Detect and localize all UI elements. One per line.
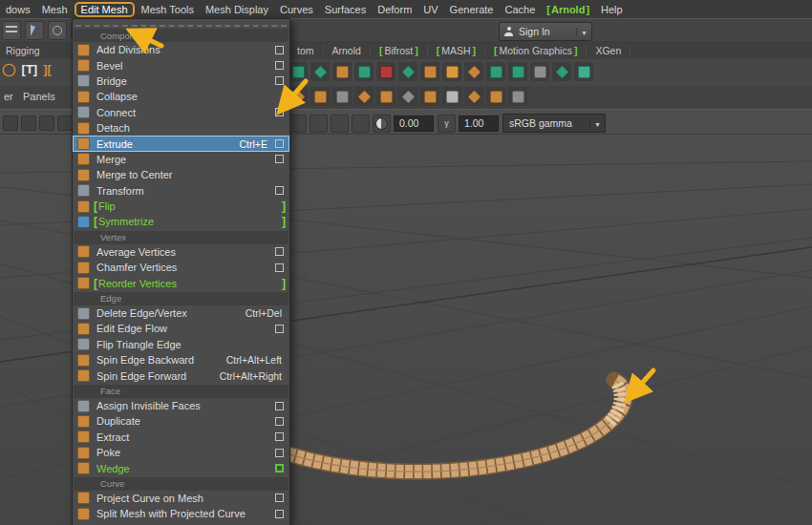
- option-box[interactable]: [275, 325, 284, 333]
- option-box[interactable]: [275, 139, 284, 148]
- bracket-tool-icon[interactable]: ][: [43, 62, 52, 76]
- panel-menu-panels[interactable]: Panels: [23, 91, 55, 102]
- menubar-item-dows[interactable]: dows: [0, 3, 36, 16]
- extruded-mesh[interactable]: [237, 380, 625, 472]
- colorspace-dropdown[interactable]: sRGB gamma ▼: [502, 114, 606, 133]
- camera-settings-icon[interactable]: [288, 115, 307, 133]
- gate-mask-icon[interactable]: [331, 115, 349, 133]
- option-box[interactable]: [275, 417, 284, 426]
- shelf-tool-icon-6[interactable]: [398, 62, 417, 81]
- panel-menu-renderer[interactable]: er: [4, 91, 13, 102]
- option-box[interactable]: [275, 402, 284, 410]
- option-box[interactable]: [275, 155, 284, 163]
- ring-tool-icon[interactable]: ◯: [2, 62, 16, 76]
- menu-item-collapse[interactable]: Collapse: [73, 89, 289, 104]
- viewport-mini-icon[interactable]: [3, 116, 18, 131]
- menu-item-bevel[interactable]: Bevel: [73, 57, 289, 73]
- shelf-tool-icon-13[interactable]: [552, 62, 571, 81]
- option-box[interactable]: [275, 61, 284, 70]
- viewport-mini-icon[interactable]: [39, 116, 54, 131]
- shelf-tool-icon-2[interactable]: [310, 62, 330, 81]
- menu-item-edit-edge-flow[interactable]: Edit Edge Flow: [73, 321, 289, 336]
- menubar-item-surfaces[interactable]: Surfaces: [319, 3, 372, 16]
- shelf-tab-arnold[interactable]: Arnold: [324, 45, 371, 56]
- sign-in-caret-icon[interactable]: ▼: [576, 28, 591, 36]
- menu-item-symmetrize[interactable]: [Symmetrize]: [73, 214, 289, 229]
- option-box[interactable]: [275, 263, 284, 272]
- exposure-icon[interactable]: [373, 115, 391, 133]
- option-box[interactable]: [275, 46, 284, 54]
- lasso-tool-icon[interactable]: [48, 21, 67, 40]
- option-box[interactable]: [275, 449, 284, 457]
- menu-item-add-divisions[interactable]: Add Divisions: [73, 42, 289, 57]
- menu-item-average-vertices[interactable]: Average Vertices: [73, 244, 289, 260]
- shelf-tab-bifrost[interactable]: Bifrost: [371, 45, 428, 56]
- menu-item-flip-triangle-edge[interactable]: Flip Triangle Edge: [73, 337, 289, 352]
- shelf-tool-icon-20[interactable]: [398, 87, 417, 106]
- option-box[interactable]: [275, 76, 284, 85]
- menu-item-extrude[interactable]: ExtrudeCtrl+E: [73, 136, 289, 151]
- menu-item-transform[interactable]: Transform: [73, 183, 289, 199]
- shelf-tool-icon-21[interactable]: [420, 87, 439, 106]
- colorspace-caret-icon[interactable]: ▼: [589, 119, 605, 128]
- menubar-item-arnold[interactable]: Arnold: [541, 3, 595, 16]
- shelf-tool-icon-7[interactable]: [420, 62, 439, 81]
- shelf-tab-xgen[interactable]: XGen: [587, 45, 630, 56]
- menubar-item-uv[interactable]: UV: [417, 3, 443, 16]
- shelf-tool-icon-25[interactable]: [508, 87, 527, 106]
- shelf-tool-icon-19[interactable]: [376, 87, 395, 106]
- shelf-tool-icon-1[interactable]: [288, 62, 308, 81]
- menu-item-wedge[interactable]: Wedge: [73, 460, 289, 475]
- option-box[interactable]: [275, 186, 284, 195]
- menu-item-duplicate[interactable]: Duplicate: [73, 413, 289, 429]
- menu-item-bridge[interactable]: Bridge: [73, 74, 289, 89]
- shelf-tool-icon-10[interactable]: [486, 62, 505, 81]
- shelf-tool-icon-5[interactable]: [376, 62, 395, 81]
- field-chart-icon[interactable]: [352, 115, 370, 133]
- menu-item-reorder-vertices[interactable]: [Reorder Vertices]: [73, 275, 289, 290]
- exposure-field[interactable]: 0.00: [394, 116, 434, 132]
- gamma-icon[interactable]: γ: [438, 115, 456, 133]
- shelf-tool-icon-23[interactable]: [464, 87, 483, 106]
- shelf-tool-icon-24[interactable]: [486, 87, 505, 106]
- menu-item-assign-invisible-faces[interactable]: Assign Invisible Faces: [73, 398, 289, 413]
- menu-item-merge-to-center[interactable]: Merge to Center: [73, 167, 289, 182]
- shelf-tab-motion-graphics[interactable]: Motion Graphics: [485, 45, 587, 56]
- shelf-tab-rigging[interactable]: Rigging: [6, 45, 40, 56]
- shelf-tool-icon-17[interactable]: [332, 87, 352, 106]
- menu-item-extract[interactable]: Extract: [73, 430, 289, 445]
- resolution-gate-icon[interactable]: [310, 115, 328, 133]
- shelf-tool-icon-14[interactable]: [574, 62, 593, 81]
- menubar-item-deform[interactable]: Deform: [372, 3, 417, 16]
- shelf-tool-icon-22[interactable]: [442, 87, 461, 106]
- menubar-item-generate[interactable]: Generate: [444, 3, 500, 16]
- shelf-tool-icon-4[interactable]: [354, 62, 374, 81]
- shelf-tool-icon-18[interactable]: [354, 87, 374, 106]
- menu-item-project-curve-on-mesh[interactable]: Project Curve on Mesh: [73, 491, 289, 506]
- option-box[interactable]: [275, 510, 284, 518]
- shelf-tab-mash[interactable]: MASH: [428, 45, 485, 56]
- shelf-tool-icon-15[interactable]: [288, 87, 308, 106]
- shelf-tool-icon-3[interactable]: [332, 62, 352, 81]
- type-tool-icon[interactable]: [T]: [22, 62, 38, 76]
- option-box[interactable]: [275, 464, 284, 472]
- shelf-tool-icon-12[interactable]: [530, 62, 549, 81]
- shelf-tab-tom[interactable]: tom: [288, 45, 324, 56]
- shelf-tool-icon-8[interactable]: [442, 62, 461, 81]
- sign-in-button[interactable]: Sign In ▼: [499, 22, 592, 41]
- menubar-item-cache[interactable]: Cache: [499, 3, 541, 16]
- menu-item-spin-edge-backward[interactable]: Spin Edge BackwardCtrl+Alt+Left: [73, 352, 289, 368]
- menu-item-spin-edge-forward[interactable]: Spin Edge ForwardCtrl+Alt+Right: [73, 368, 289, 383]
- menu-item-flip[interactable]: [Flip]: [73, 199, 289, 214]
- menubar-item-curves[interactable]: Curves: [274, 3, 319, 16]
- menu-item-delete-edge-vertex[interactable]: Delete Edge/VertexCtrl+Del: [73, 305, 289, 321]
- menubar-item-mesh-display[interactable]: Mesh Display: [200, 3, 274, 16]
- menu-item-poke[interactable]: Poke: [73, 445, 289, 460]
- option-box[interactable]: [275, 108, 284, 116]
- option-box[interactable]: [275, 494, 284, 502]
- viewport-mini-icon[interactable]: [57, 116, 73, 131]
- shelf-tool-icon-16[interactable]: [310, 87, 330, 106]
- menubar-item-mesh-tools[interactable]: Mesh Tools: [136, 3, 200, 16]
- select-tool-icon[interactable]: [25, 21, 44, 40]
- shelf-tool-icon-9[interactable]: [464, 62, 483, 81]
